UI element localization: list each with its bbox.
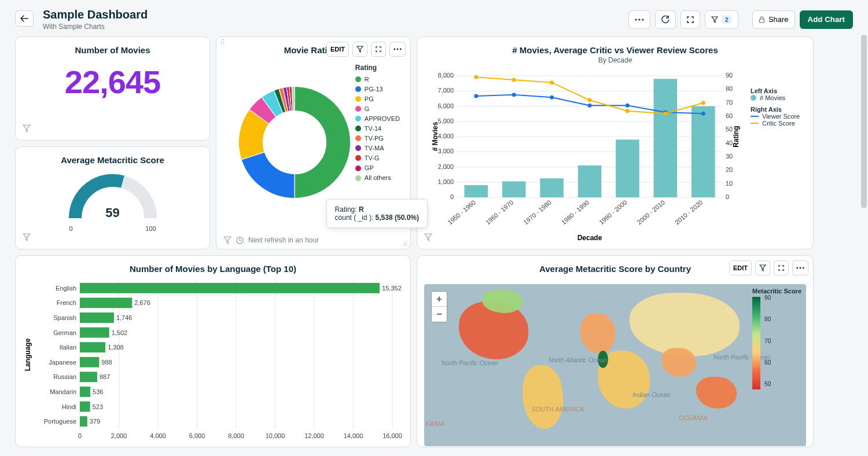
legend-title: Metacritic Score [752,288,801,295]
svg-text:Mandarin: Mandarin [50,388,76,395]
svg-text:1980 - 1990: 1980 - 1990 [560,198,591,226]
combo-chart[interactable]: 01,0002,0003,0004,0005,0006,0007,0008,00… [423,70,751,244]
svg-text:0: 0 [78,432,82,439]
svg-rect-112 [80,416,87,426]
more-menu-button[interactable] [389,42,406,57]
svg-rect-103 [80,372,97,382]
svg-text:30: 30 [726,153,733,160]
gauge-value: 59 [105,205,119,220]
svg-text:Hindi: Hindi [62,403,76,410]
card-avg-metacritic: Average Metacritic Score 59 0 100 [15,146,210,249]
zoom-in-button[interactable]: + [432,292,447,307]
svg-text:7,000: 7,000 [437,87,454,94]
svg-text:536: 536 [93,388,103,395]
card-filter-button[interactable] [352,42,367,57]
choropleth-map[interactable]: + − North Pacific Ocean North Atlantic O… [424,284,806,446]
legend-item[interactable]: GP [355,163,400,173]
card-filter-button[interactable] [23,233,31,243]
svg-point-1 [638,19,640,20]
legend-item[interactable]: PG-13 [355,84,400,94]
svg-text:988: 988 [101,359,112,366]
lock-icon [759,16,765,23]
svg-rect-46 [654,79,678,197]
ellipsis-icon [393,48,402,50]
svg-text:80: 80 [726,85,733,92]
legend-item[interactable]: G [355,104,400,114]
legend-item[interactable]: APPROVED [355,114,400,124]
svg-text:1,502: 1,502 [112,329,128,336]
svg-text:16,000: 16,000 [382,432,402,439]
legend-item[interactable]: TV-G [355,153,400,163]
svg-rect-94 [80,328,109,338]
zoom-out-button[interactable]: − [432,307,447,322]
svg-rect-3 [759,19,764,23]
svg-rect-91 [80,312,114,323]
svg-rect-106 [80,387,90,397]
fullscreen-button[interactable] [681,10,700,29]
filter-count-badge: 2 [722,16,732,24]
fullscreen-icon [376,46,381,52]
continent-label: EANIA [425,420,444,428]
drag-handle[interactable]: ⠿ [220,41,226,45]
svg-text:Italian: Italian [60,344,76,351]
svg-rect-109 [80,402,90,412]
svg-text:Language: Language [24,338,32,371]
svg-text:2010 - 2020: 2010 - 2020 [674,198,704,226]
svg-rect-36 [464,185,488,197]
combo-legend: Left Axis # Movies Right Axis Viewer Sco… [751,70,803,244]
card-number-of-movies: Number of Movies 22,645 [15,36,210,141]
scrollbar-thumb[interactable] [861,35,867,208]
svg-point-0 [635,19,637,20]
card-filter-button[interactable] [424,233,432,243]
svg-text:8,000: 8,000 [437,72,454,79]
page-title: Sample Dashboard [43,8,148,21]
fullscreen-button[interactable] [371,42,386,57]
card-filter-button[interactable] [755,260,770,275]
filter-button[interactable]: 2 [705,10,738,29]
svg-text:70: 70 [726,99,733,106]
funnel-icon[interactable] [223,236,231,244]
legend-item[interactable]: TV-14 [355,124,400,134]
legend-item[interactable]: PG [355,94,400,104]
add-chart-button[interactable]: Add Chart [800,10,853,29]
svg-text:3,000: 3,000 [437,148,454,155]
svg-text:French: French [57,299,76,306]
legend-item[interactable]: TV-PG [355,134,400,144]
edit-button[interactable]: EDIT [326,42,349,57]
svg-text:1960 - 1970: 1960 - 1970 [484,198,515,226]
card-filter-button[interactable] [23,124,31,134]
svg-text:6,000: 6,000 [437,102,454,109]
more-menu-button[interactable] [792,260,808,275]
more-menu-button[interactable] [628,10,650,29]
svg-text:1970 - 1980: 1970 - 1980 [522,198,553,226]
svg-text:20: 20 [726,166,733,173]
legend-item[interactable]: All others [355,173,400,183]
svg-text:2,000: 2,000 [111,432,127,439]
svg-text:90: 90 [726,72,733,79]
svg-text:60: 60 [726,112,733,119]
legend-item[interactable]: R [355,75,400,84]
svg-rect-97 [80,342,105,352]
svg-text:2,000: 2,000 [437,163,454,170]
fullscreen-icon [687,16,694,23]
svg-text:523: 523 [93,403,103,410]
svg-rect-42 [578,166,602,197]
legend-item: # Movies [760,94,785,101]
svg-text:1,746: 1,746 [116,314,133,321]
refresh-button[interactable] [655,10,676,29]
share-button[interactable]: Share [752,10,795,29]
svg-text:Rating: Rating [732,126,740,147]
donut-chart[interactable] [234,82,355,203]
legend-heading: Right Axis [751,106,803,113]
svg-text:English: English [56,285,76,292]
funnel-icon [23,124,31,133]
hbar-chart[interactable]: 02,0004,0006,0008,00010,00012,00014,0001… [22,278,404,446]
svg-text:5,000: 5,000 [437,117,454,124]
back-button[interactable] [15,10,34,27]
card-movies-by-decade: # Movies, Average Critic vs Viewer Revie… [417,36,814,249]
resize-handle[interactable] [401,240,408,247]
edit-button[interactable]: EDIT [729,260,752,275]
legend-item[interactable]: TV-MA [355,144,400,153]
legend-heading: Left Axis [751,87,803,94]
fullscreen-button[interactable] [774,260,789,275]
